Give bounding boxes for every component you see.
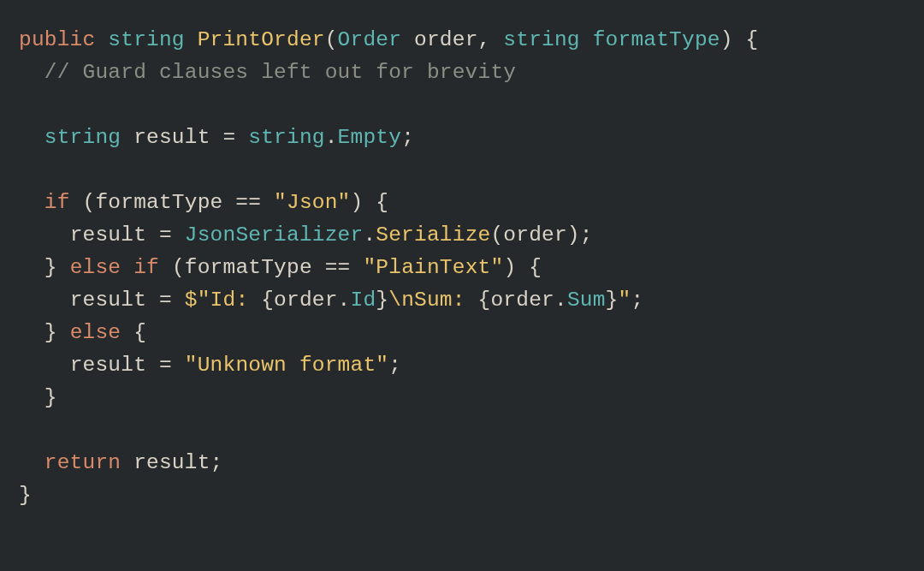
dot: . bbox=[554, 288, 567, 312]
comment: // Guard clauses left out for brevity bbox=[44, 61, 516, 84]
equals-op: == bbox=[222, 191, 274, 214]
var-result: result bbox=[70, 354, 146, 377]
type-string: string bbox=[44, 126, 121, 149]
paren-open: ( bbox=[490, 223, 503, 247]
var-result: result bbox=[70, 288, 146, 312]
paren-close: ) bbox=[720, 28, 733, 51]
brace-close: } bbox=[19, 484, 32, 507]
method-serialize: Serialize bbox=[376, 223, 490, 247]
assign: = bbox=[146, 288, 185, 312]
dot: . bbox=[325, 126, 338, 149]
keyword-if: if bbox=[44, 191, 70, 214]
keyword-public: public bbox=[19, 28, 95, 51]
semicolon: ; bbox=[388, 354, 401, 377]
prop-sum: Sum bbox=[567, 288, 606, 312]
dot: . bbox=[363, 223, 376, 247]
var-order: order bbox=[274, 288, 338, 312]
string-interp-start: $"Id: bbox=[185, 288, 261, 312]
brace-close: } bbox=[376, 288, 388, 312]
var-formattype: formatType bbox=[95, 191, 222, 214]
brace-open: { bbox=[133, 321, 146, 344]
brace-close: } bbox=[606, 288, 619, 312]
dot: . bbox=[338, 288, 351, 312]
code-block: public string PrintOrder(Order order, st… bbox=[0, 0, 924, 536]
var-result: result bbox=[70, 223, 146, 247]
semicolon: ; bbox=[210, 451, 223, 474]
assign: = bbox=[210, 126, 249, 149]
paren-open: ( bbox=[83, 191, 96, 214]
assign: = bbox=[146, 354, 185, 377]
paren-close: ) bbox=[567, 223, 580, 247]
equals-op: == bbox=[312, 256, 364, 279]
keyword-if: if bbox=[133, 256, 159, 279]
function-name: PrintOrder bbox=[198, 28, 325, 51]
keyword-else: else bbox=[70, 256, 121, 279]
string-plaintext: "PlainText" bbox=[363, 256, 503, 279]
var-formattype: formatType bbox=[185, 256, 312, 279]
brace-close: } bbox=[44, 321, 57, 344]
string-interp-mid: \nSum: bbox=[388, 288, 477, 312]
prop-empty: Empty bbox=[338, 126, 402, 149]
brace-close: } bbox=[44, 256, 57, 279]
brace-open: { bbox=[746, 28, 759, 51]
keyword-return: return bbox=[44, 451, 121, 474]
param-order: order bbox=[414, 28, 478, 51]
type-order: Order bbox=[338, 28, 402, 51]
prop-id: Id bbox=[351, 288, 376, 312]
semicolon: ; bbox=[631, 288, 643, 312]
string-interp-end: " bbox=[619, 288, 631, 312]
keyword-else: else bbox=[70, 321, 121, 344]
type-string: string bbox=[108, 28, 184, 51]
class-jsonserializer: JsonSerializer bbox=[185, 223, 364, 247]
brace-close: } bbox=[44, 386, 57, 409]
type-string: string bbox=[248, 126, 324, 149]
var-order: order bbox=[490, 288, 554, 312]
var-result: result bbox=[133, 126, 210, 149]
assign: = bbox=[146, 223, 185, 247]
paren-open: ( bbox=[172, 256, 185, 279]
string-json: "Json" bbox=[274, 191, 350, 214]
string-unknown: "Unknown format" bbox=[185, 354, 388, 377]
paren-open: ( bbox=[325, 28, 338, 51]
brace-open: { bbox=[261, 288, 274, 312]
brace-open: { bbox=[376, 191, 388, 214]
paren-close: ) bbox=[503, 256, 516, 279]
param-formattype: formatType bbox=[593, 28, 720, 51]
comma: , bbox=[478, 28, 504, 51]
var-result: result bbox=[133, 451, 210, 474]
semicolon: ; bbox=[401, 126, 414, 149]
type-string: string bbox=[503, 28, 579, 51]
semicolon: ; bbox=[580, 223, 593, 247]
brace-open: { bbox=[529, 256, 542, 279]
paren-close: ) bbox=[351, 191, 364, 214]
brace-open: { bbox=[478, 288, 491, 312]
var-order: order bbox=[503, 223, 567, 247]
